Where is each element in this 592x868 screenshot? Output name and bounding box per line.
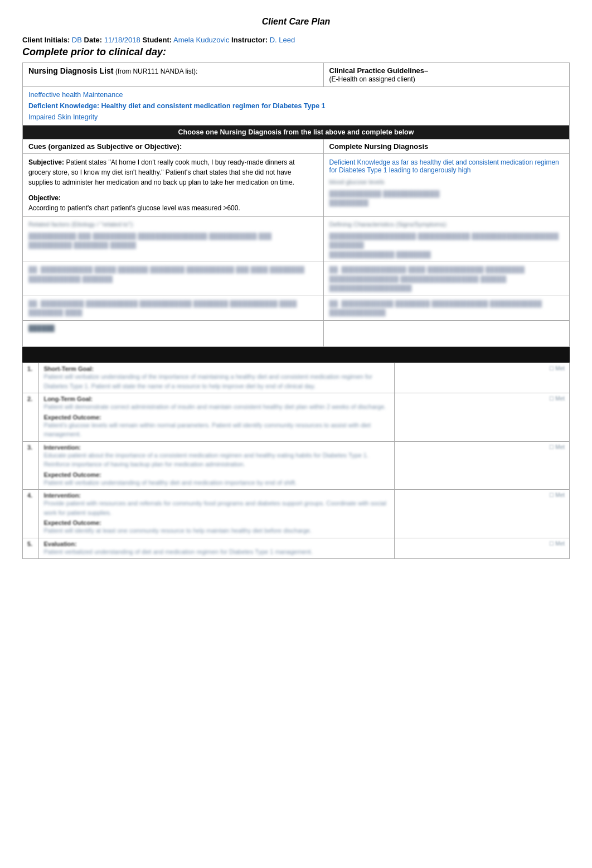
lower-text-1: Patient will verbalize understanding of … [43, 372, 390, 390]
lower-label-2: Long-Term Goal: [43, 396, 390, 402]
lower-row-num-1: 1. [23, 363, 39, 393]
content-row: Subjective: Patient states "At home I do… [23, 154, 570, 217]
lower-row-right-3: ☐ Met [395, 441, 570, 490]
subjective-text: Patient states "At home I don't really c… [28, 158, 294, 186]
cues-header-cell: Cues (organized as Subjective or Objecti… [23, 139, 324, 154]
blurred-complete-2: ████████████ █████████████ [329, 189, 564, 199]
initials-label: Client Initials: [22, 36, 70, 44]
blurred-label-right-1: Defining Characteristics (Signs/Symptoms… [329, 220, 564, 229]
lower-row-num-2: 2. [23, 393, 39, 442]
blurred-content-right-3: ██. ████████████ ████████ █████████████ … [329, 299, 564, 317]
lower-row-right-5: ☐ Met [395, 538, 570, 559]
blurred-content-right-2b: ███████████████████ [329, 283, 564, 293]
blurred-cell-left-2: ██. ████████████ █████ ███████ ████████ … [23, 262, 324, 296]
lower-text-3: Educate patient about the importance of … [43, 451, 390, 469]
lower-row-content-2: Long-Term Goal: Patient will demonstrate… [39, 393, 395, 442]
instructor-value: D. Leed [270, 36, 295, 44]
lower-subtext-3: Patient will verbalize understanding of … [43, 478, 390, 488]
lower-checkbox-1[interactable]: ☐ Met [399, 365, 565, 372]
lower-row-1: 1. Short-Term Goal: Patient will verbali… [23, 363, 570, 393]
diagnosis-list-subheader: (from NUR111 NANDA list): [115, 67, 197, 75]
blurred-row-1: Related factors (Etiology / "related to"… [23, 217, 570, 262]
lower-checkbox-5[interactable]: ☐ Met [399, 541, 565, 547]
lower-row-content-1: Short-Term Goal: Patient will verbalize … [39, 363, 395, 393]
blurred-content-left-3b: ████████ ████ [28, 308, 318, 317]
blurred-cell-left-3: ██. ██████████ ████████████ ████████████… [23, 296, 324, 320]
student-value: Amela Kuduzovic [173, 36, 229, 44]
lower-subtext-2: Patient's glucose levels will remain wit… [43, 421, 390, 439]
lower-row-right-2: ☐ Met [395, 393, 570, 442]
diag-item-3[interactable]: Impaired Skin Integrity [28, 112, 564, 123]
blurred-content-left-1: ███████████ ███ ██████████ █████████████… [28, 232, 318, 241]
initials-value: DB [72, 36, 82, 44]
lower-row-4: 4. Intervention: Provide patient with re… [23, 490, 570, 538]
cpg-title: Clinical Practice Guidelines– [329, 66, 429, 75]
cpg-subtitle: (E-Health on assigned client) [329, 75, 415, 83]
student-label: Student: [142, 36, 172, 44]
blurred-row-2: ██. ████████████ █████ ███████ ████████ … [23, 262, 570, 296]
lower-sublabel-3: Expected Outcome: [43, 471, 390, 478]
diagnosis-list-header-cell: Nursing Diagnosis List (from NUR111 NAND… [23, 63, 324, 87]
lower-text-4: Provide patient with resources and refer… [43, 499, 390, 517]
choose-bar: Choose one Nursing Diagnosis from the li… [23, 126, 569, 139]
complete-header-cell: Complete Nursing Diagnosis [323, 139, 569, 154]
blurred-label-left-4: ██████ [28, 324, 318, 333]
blurred-content-left-3: ██. ██████████ ████████████ ████████████… [28, 299, 318, 308]
complete-content-cell: Deficient Knowledge as far as healthy di… [323, 154, 569, 217]
diagnosis-items-cell: Ineffective health Maintenance Deficient… [23, 87, 570, 126]
lower-row-num-5: 5. [23, 538, 39, 559]
lower-row-right-4: ☐ Met [395, 490, 570, 538]
blurred-row-3: ██. ██████████ ████████████ ████████████… [23, 296, 570, 320]
blurred-complete-1: blood glucose levels [329, 177, 564, 187]
blurred-complete-3: █████████ [329, 198, 564, 208]
lower-row-content-5: Evaluation: Patient verbalized understan… [39, 538, 395, 559]
choose-bar-cell: Choose one Nursing Diagnosis from the li… [23, 126, 570, 139]
lower-num-1: 1. [27, 365, 34, 372]
subjective-label: Subjective: [28, 158, 64, 166]
lower-row-2: 2. Long-Term Goal: Patient will demonstr… [23, 393, 570, 442]
blurred-cell-right-4 [323, 320, 569, 347]
diag-item-2[interactable]: Deficient Knowledge: Healthy diet and co… [28, 100, 564, 112]
lower-text-2: Patient will demonstrate correct adminis… [43, 402, 390, 412]
blurred-row-4: ██████ [23, 320, 570, 347]
blurred-cell-right-2: ██. ███████████████ ████ █████████████ █… [323, 262, 569, 296]
lower-num-2: 2. [27, 396, 34, 402]
lower-label-4: Intervention: [43, 492, 390, 499]
diagnosis-complete-text: Deficient Knowledge as far as healthy di… [329, 158, 564, 174]
lower-num-4: 4. [27, 492, 34, 499]
lower-row-num-3: 3. [23, 441, 39, 490]
instructor-label: Instructor: [231, 36, 268, 44]
blurred-content-right-1b: ███████████████ ████████ [329, 250, 564, 259]
lower-checkbox-3[interactable]: ☐ Met [399, 444, 565, 450]
lower-sublabel-2: Expected Outcome: [43, 414, 390, 421]
blurred-content-right-2: ██. ███████████████ ████ █████████████ █… [329, 265, 564, 283]
date-label: Date: [84, 36, 103, 44]
lower-row-right-1: ☐ Met [395, 363, 570, 393]
lower-num-3: 3. [27, 444, 34, 451]
objective-text: According to patient's chart patient's g… [28, 204, 240, 212]
cpg-header-cell: Clinical Practice Guidelines– (E-Health … [323, 63, 569, 87]
date-value: 11/18/2018 [104, 36, 140, 44]
blurred-label-left-1: Related factors (Etiology / "related to"… [28, 220, 318, 229]
diagnosis-items-row: Ineffective health Maintenance Deficient… [23, 87, 570, 126]
choose-bar-row: Choose one Nursing Diagnosis from the li… [23, 126, 570, 139]
lower-checkbox-2[interactable]: ☐ Met [399, 396, 565, 402]
lower-checkbox-4[interactable]: ☐ Met [399, 492, 565, 498]
diag-item-1[interactable]: Ineffective health Maintenance [28, 89, 564, 100]
blurred-cell-left-4: ██████ [23, 320, 324, 347]
page-title: Client Care Plan [22, 17, 570, 27]
blurred-content-left-4 [28, 332, 318, 344]
blurred-content-left-1b: ██████████ ████████ ██████ [28, 240, 318, 250]
lower-row-content-3: Intervention: Educate patient about the … [39, 441, 395, 490]
lower-section-divider [22, 347, 570, 363]
lower-row-content-4: Intervention: Provide patient with resou… [39, 490, 395, 538]
lower-section-table: 1. Short-Term Goal: Patient will verbali… [22, 363, 570, 559]
client-info-row: Client Initials: DB Date: 11/18/2018 Stu… [22, 36, 570, 44]
lower-text-5: Patient verbalized understanding of diet… [43, 547, 390, 557]
lower-subtext-4: Patient will identify at least one commu… [43, 526, 390, 536]
blurred-content-right-1: ████████████████████ ████████████ ██████… [329, 232, 564, 250]
lower-label-5: Evaluation: [43, 541, 390, 547]
blurred-content-left-2b: ████████████ ███████ [28, 274, 318, 284]
lower-sublabel-4: Expected Outcome: [43, 519, 390, 526]
objective-label: Objective: [28, 193, 318, 203]
